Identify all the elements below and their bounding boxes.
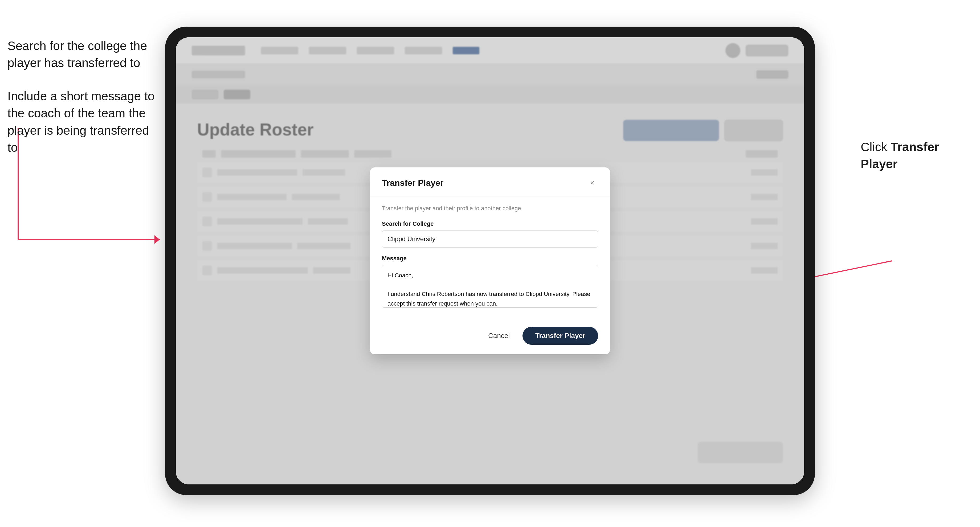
message-textarea[interactable]: Hi Coach, I understand Chris Robertson h… (382, 265, 598, 308)
annotation-click-text: Click Transfer Player (861, 138, 972, 173)
message-label: Message (382, 255, 598, 262)
modal-subtitle: Transfer the player and their profile to… (382, 205, 598, 212)
transfer-player-modal: Transfer Player × Transfer the player an… (370, 167, 610, 354)
annotation-left-panel: Search for the college the player has tr… (8, 37, 157, 172)
annotation-right-panel: Click Transfer Player (861, 138, 972, 189)
tablet-device: Update Roster (165, 27, 815, 495)
tablet-screen: Update Roster (176, 37, 804, 484)
modal-header: Transfer Player × (370, 167, 610, 197)
cancel-button[interactable]: Cancel (482, 327, 516, 344)
modal-close-button[interactable]: × (586, 177, 598, 189)
modal-overlay: Transfer Player × Transfer the player an… (176, 37, 804, 484)
search-college-label: Search for College (382, 221, 598, 227)
close-icon: × (590, 179, 594, 187)
annotation-message-text: Include a short message to the coach of … (8, 87, 157, 156)
svg-marker-2 (154, 235, 160, 244)
app-background: Update Roster (176, 37, 804, 484)
modal-footer: Cancel Transfer Player (370, 321, 610, 354)
annotation-search-text: Search for the college the player has tr… (8, 37, 157, 71)
modal-title: Transfer Player (382, 178, 444, 188)
search-college-input[interactable] (382, 230, 598, 248)
transfer-player-button[interactable]: Transfer Player (522, 327, 598, 344)
modal-body: Transfer the player and their profile to… (370, 197, 610, 321)
